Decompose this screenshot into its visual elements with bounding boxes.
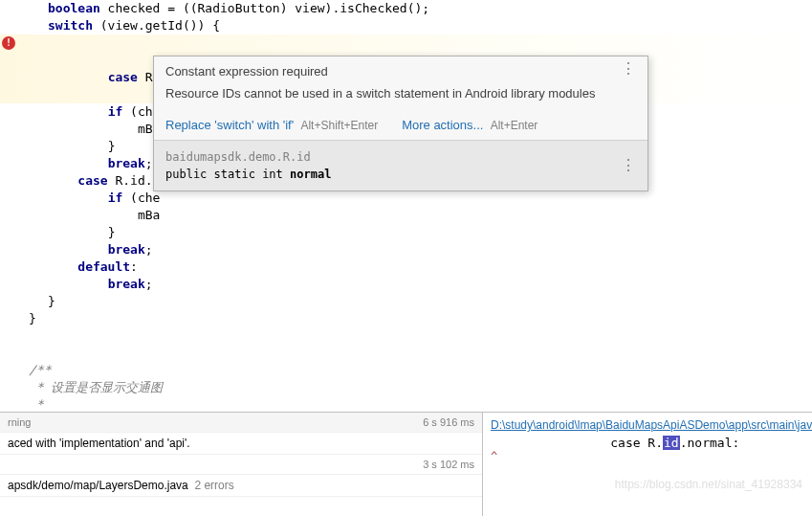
code-line: default: (0, 258, 812, 276)
build-right-panel[interactable]: D:\study\android\lmap\BaiduMapsApiASDemo… (483, 413, 812, 516)
code-line: } (0, 293, 812, 310)
code-line: mBa (0, 207, 812, 224)
code-line: boolean checked = ((RadioButton) view).i… (0, 0, 812, 17)
file-path-text[interactable]: apsdk/demo/map/LayersDemo.java (8, 479, 188, 492)
panel-header-text: rning (8, 416, 31, 428)
more-icon[interactable]: ⋮ (621, 161, 636, 170)
shortcut-label: Alt+Enter (491, 119, 538, 132)
code-line: break; (0, 276, 812, 293)
build-left-panel[interactable]: rning 6 s 916 ms aced with 'implementati… (0, 413, 483, 516)
more-icon[interactable]: ⋮ (621, 64, 636, 74)
doc-comment: * (0, 396, 812, 412)
doc-comment: * 设置是否显示交通图 (0, 379, 812, 396)
watermark: https://blog.csdn.net/sinat_41928334 (615, 478, 802, 491)
error-snippet: case R.id.normal: (491, 432, 804, 450)
intention-popup: Constant expression required ⋮ Resource … (153, 56, 648, 191)
code-line: switch (view.getId()) { (0, 17, 812, 34)
build-output-panel: rning 6 s 916 ms aced with 'implementati… (0, 412, 812, 516)
code-line: } (0, 310, 812, 327)
code-line: break; (0, 241, 812, 258)
error-caret: ^ (491, 450, 804, 463)
popup-description: Resource IDs cannot be used in a switch … (154, 86, 647, 110)
declaration: public static int normal (165, 166, 331, 183)
code-line: } (0, 224, 812, 241)
more-actions-link[interactable]: More actions... (402, 118, 483, 132)
code-line: if (che (0, 190, 812, 207)
blank-line (0, 327, 812, 345)
error-icon[interactable]: ! (2, 36, 15, 50)
shortcut-label: Alt+Shift+Enter (300, 119, 378, 132)
error-count: 2 errors (194, 479, 233, 492)
build-time: 6 s 916 ms (423, 416, 474, 428)
popup-title: Constant expression required (165, 64, 328, 79)
doc-comment: /** (0, 362, 812, 379)
build-time: 3 s 102 ms (423, 459, 474, 470)
file-path-link[interactable]: D:\study\android\lmap\BaiduMapsApiASDemo… (491, 418, 804, 432)
qualified-name: baidumapsdk.demo.R.id (165, 148, 331, 166)
blank-line (0, 345, 812, 362)
code-editor[interactable]: boolean checked = ((RadioButton) view).i… (0, 0, 812, 412)
replace-switch-action[interactable]: Replace 'switch' with 'if' (165, 118, 294, 132)
warning-text: aced with 'implementation' and 'api'. (8, 437, 190, 450)
